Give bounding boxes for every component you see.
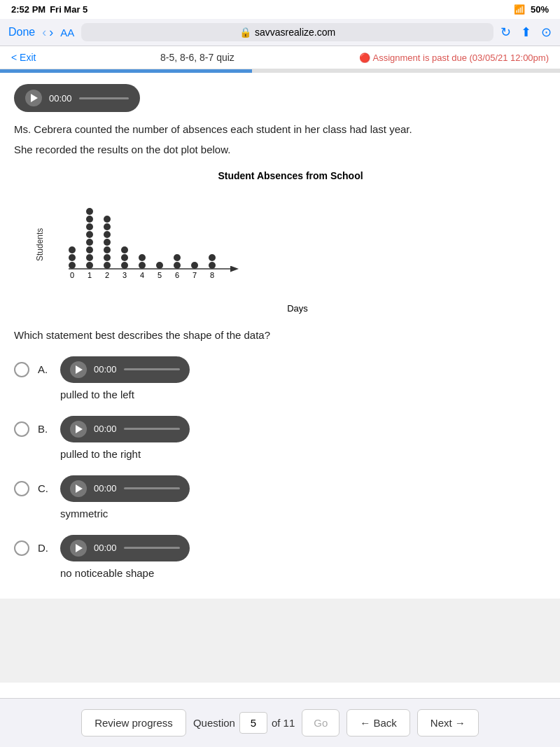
svg-point-20 [86, 208, 93, 215]
svg-point-29 [121, 254, 128, 261]
svg-point-35 [174, 254, 181, 261]
option-c-label: C. [38, 482, 52, 494]
option-c-content: 00:00 symmetric [60, 475, 190, 521]
play-c-button[interactable] [70, 480, 87, 497]
back-button[interactable]: ← Back [346, 709, 410, 736]
svg-point-38 [209, 254, 216, 261]
svg-text:5: 5 [158, 271, 162, 279]
svg-text:3: 3 [122, 271, 127, 279]
svg-text:0: 0 [70, 271, 74, 279]
back-arrow-icon[interactable]: ‹ [42, 25, 46, 40]
option-d-audio-time: 00:00 [94, 543, 117, 553]
svg-point-18 [86, 223, 93, 230]
svg-point-16 [86, 239, 93, 246]
main-content: 00:00 Ms. Cebrera counted the number of … [0, 73, 560, 592]
radio-d[interactable] [14, 540, 29, 556]
svg-point-19 [86, 216, 93, 223]
bottom-navigation: Review progress Question of 11 Go ← Back… [0, 698, 560, 747]
url-text: savvasrealize.com [255, 27, 335, 38]
dot-plot-container: Student Absences from School Students 0 … [35, 170, 546, 314]
option-d: D. 00:00 no noticeable shape [14, 535, 546, 580]
option-d-content: 00:00 no noticeable shape [60, 535, 190, 580]
url-bar[interactable]: 🔒 savvasrealize.com [81, 23, 493, 41]
option-d-label: D. [38, 542, 52, 554]
svg-point-12 [69, 246, 76, 253]
svg-point-15 [86, 246, 93, 253]
forward-arrow-icon[interactable]: › [49, 25, 53, 40]
question-number-input[interactable] [239, 712, 267, 734]
svg-point-17 [86, 231, 93, 238]
option-a-label: A. [38, 363, 52, 375]
svg-point-11 [69, 254, 76, 261]
main-audio-player[interactable]: 00:00 [14, 84, 140, 112]
svg-text:2: 2 [105, 271, 109, 279]
svg-text:8: 8 [210, 271, 214, 279]
play-button[interactable] [25, 90, 42, 106]
svg-point-28 [121, 262, 128, 269]
play-a-icon [76, 365, 83, 374]
option-a-audio[interactable]: 00:00 [60, 356, 190, 383]
svg-text:6: 6 [175, 271, 179, 279]
option-c-audio[interactable]: 00:00 [60, 475, 190, 502]
svg-point-14 [86, 254, 93, 261]
play-triangle-icon [31, 94, 38, 102]
question-text-line2: She recorded the results on the dot plot… [14, 142, 546, 158]
question-text-line1: Ms. Cebrera counted the number of absenc… [14, 122, 546, 138]
assignment-bar: < Exit 8-5, 8-6, 8-7 quiz 🔴 Assignment i… [0, 46, 560, 69]
play-d-button[interactable] [70, 540, 87, 557]
go-button[interactable]: Go [302, 709, 340, 736]
next-button[interactable]: Next → [417, 709, 479, 736]
svg-point-23 [104, 246, 111, 253]
lock-icon: 🔒 [239, 27, 251, 38]
browser-nav-bar: Done ‹ › AA 🔒 savvasrealize.com ↻ ⬆ ⊙ [0, 19, 560, 46]
exit-button[interactable]: < Exit [11, 52, 36, 63]
option-b-track[interactable] [124, 428, 180, 430]
radio-c[interactable] [14, 481, 29, 496]
gray-spacer-area [0, 599, 560, 683]
audio-time: 00:00 [49, 93, 72, 104]
svg-point-33 [156, 262, 163, 269]
review-progress-button[interactable]: Review progress [81, 709, 186, 736]
dot-plot-svg: 0 1 2 3 4 5 6 7 8 [48, 188, 244, 300]
radio-b[interactable] [14, 421, 29, 437]
share-icon[interactable]: ⬆ [521, 25, 531, 40]
option-a-text: pulled to the left [60, 387, 190, 402]
option-a-content: 00:00 pulled to the left [60, 356, 190, 402]
option-a-track[interactable] [124, 368, 180, 370]
option-c-track[interactable] [124, 487, 180, 489]
status-day: Fri Mar 5 [50, 4, 88, 15]
option-c-audio-time: 00:00 [94, 483, 117, 494]
option-d-track[interactable] [124, 547, 180, 549]
status-bar: 2:52 PM Fri Mar 5 📶 50% [0, 0, 560, 19]
svg-point-21 [104, 262, 111, 269]
svg-point-37 [209, 262, 216, 269]
radio-a[interactable] [14, 362, 29, 377]
option-a: A. 00:00 pulled to the left [14, 356, 546, 402]
svg-point-24 [104, 239, 111, 246]
option-d-audio[interactable]: 00:00 [60, 535, 190, 561]
play-b-button[interactable] [70, 421, 87, 438]
play-c-icon [76, 484, 83, 493]
quiz-title: 8-5, 8-6, 8-7 quiz [160, 52, 234, 63]
bookmark-icon[interactable]: ⊙ [541, 25, 552, 40]
svg-point-10 [69, 262, 76, 269]
chart-title: Student Absences from School [35, 170, 546, 181]
audio-track[interactable] [79, 97, 129, 99]
play-d-icon [76, 544, 83, 552]
of-label: of 11 [272, 717, 295, 729]
y-axis-label: Students [35, 188, 45, 300]
option-b-audio-time: 00:00 [94, 424, 117, 434]
option-b-content: 00:00 pulled to the right [60, 416, 190, 461]
status-time: 2:52 PM [11, 4, 46, 15]
option-c: C. 00:00 symmetric [14, 475, 546, 521]
past-due-notice: 🔴 Assignment is past due (03/05/21 12:00… [359, 53, 549, 63]
option-b-audio[interactable]: 00:00 [60, 416, 190, 442]
reload-icon[interactable]: ↻ [500, 25, 511, 40]
svg-text:1: 1 [88, 271, 92, 279]
wifi-icon: 📶 [514, 4, 525, 15]
svg-point-32 [139, 254, 146, 261]
svg-point-34 [174, 262, 181, 269]
done-button[interactable]: Done [8, 26, 35, 39]
play-a-button[interactable] [70, 361, 87, 378]
text-size-button[interactable]: AA [60, 27, 74, 39]
